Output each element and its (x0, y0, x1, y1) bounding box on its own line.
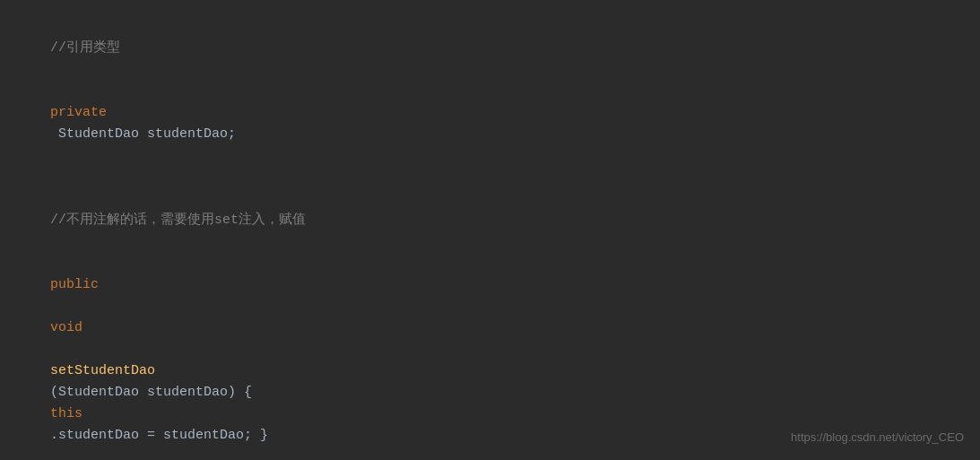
code-line-3 (18, 167, 962, 188)
keyword-private: private (50, 105, 107, 120)
comment-2: //不用注解的话，需要使用set注入，赋值 (50, 213, 306, 228)
watermark: https://blog.csdn.net/victory_CEO (791, 429, 964, 447)
code-line-4: //不用注解的话，需要使用set注入，赋值 (18, 188, 962, 253)
code-line-1: //引用类型 (18, 16, 962, 81)
comment-1: //引用类型 (50, 40, 120, 56)
code-line-2: private StudentDao studentDao; (18, 81, 962, 167)
code-editor: //引用类型 private StudentDao studentDao; //… (0, 0, 980, 460)
